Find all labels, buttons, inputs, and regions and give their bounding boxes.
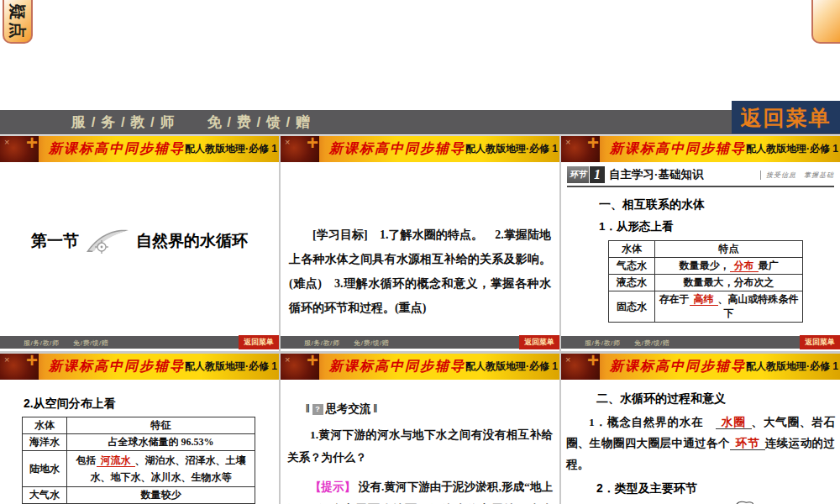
bar-glyph: ‖ bbox=[306, 402, 310, 416]
row-value: 存在于高纬、高山或特殊条件下 bbox=[655, 291, 803, 323]
brand-subtitle: 配人教版地理·必修 1 bbox=[746, 142, 838, 156]
section-heading: 二、水循环的过程和意义 bbox=[596, 391, 840, 407]
banner-title: 思考交流 bbox=[326, 402, 371, 417]
blank-answer: 分布 bbox=[730, 260, 759, 272]
swoosh-compass-icon bbox=[84, 228, 131, 255]
row-label: 固态水 bbox=[609, 291, 655, 323]
table-row: 陆地水 包括河流水、湖泊水、沼泽水、土壤水、地下水、冰川水、生物水等 bbox=[23, 451, 255, 487]
brand-title: 新课标高中同步辅导 bbox=[610, 140, 746, 158]
slide-header: 新课标高中同步辅导 配人教版地理·必修 1 bbox=[281, 354, 559, 380]
footer-service-text: 服/务/教/师 免/费/馈/赠 bbox=[24, 339, 108, 348]
lesson-title: 自然界的水循环 bbox=[136, 230, 248, 252]
brand-subtitle: 配人教版地理·必修 1 bbox=[465, 360, 558, 374]
slide-footer: 服/务/教/师 免/费/馈/赠 返回菜单 bbox=[561, 336, 840, 349]
section-number: 第一节 bbox=[31, 230, 79, 252]
stage-motto: 接受信息 掌握基础 bbox=[760, 171, 834, 180]
row-value: 数量较少 bbox=[67, 487, 255, 504]
return-menu-button[interactable]: 返回菜单 bbox=[732, 101, 840, 134]
blank-answer: 河流水 bbox=[97, 454, 135, 467]
col-header: 水体 bbox=[23, 417, 67, 434]
brand-decor-icon bbox=[561, 354, 600, 380]
row-label: 陆地水 bbox=[23, 451, 67, 487]
row-label: 海洋水 bbox=[23, 434, 67, 451]
water-cycle-diagram: ⑨ ⑧ C ③ ④ A bbox=[608, 500, 840, 504]
slide-5-think-exchange: 新课标高中同步辅导 配人教版地理·必修 1 ‖ ? 思考交流 ‖ 1.黄河下游的… bbox=[281, 354, 559, 504]
row-value: 占全球水储量的 96.53% bbox=[67, 434, 255, 451]
brand-title: 新课标高中同步辅导 bbox=[49, 140, 185, 158]
blank-answer: 环节 bbox=[730, 437, 765, 450]
section-heading: 一、相互联系的水体 bbox=[599, 197, 840, 213]
learning-objectives: [学习目标] 1.了解水圈的特点。 2.掌握陆地上各种水体之间具有水源相互补给的… bbox=[289, 223, 551, 320]
row-label: 气态水 bbox=[609, 258, 655, 275]
stage-tag: 环节 bbox=[567, 166, 589, 183]
hint-paragraph: 【提示】 没有.黄河下游由于泥沙淤积,形成“地上河”，河床高于两岸地面，河流水位… bbox=[287, 475, 553, 504]
brand-decor-icon bbox=[0, 354, 39, 380]
brand-title: 新课标高中同步辅导 bbox=[49, 358, 185, 375]
sub-heading: 1．从形态上看 bbox=[599, 219, 840, 234]
cell-text: 、高山或特殊条件下 bbox=[718, 293, 799, 319]
question-mark-icon: ? bbox=[312, 404, 323, 415]
cell-text: 数量最少， bbox=[680, 260, 730, 271]
cell-text: 占全球水储量的 96.53% bbox=[108, 436, 214, 448]
stage-banner: 环节 1 自主学习·基础知识 接受信息 掌握基础 bbox=[567, 166, 834, 187]
brand-subtitle: 配人教版地理·必修 1 bbox=[465, 142, 558, 156]
footer-service-text: 服/务/教/师 免/费/馈/赠 bbox=[585, 339, 669, 348]
brand-title: 新课标高中同步辅导 bbox=[329, 140, 465, 158]
table-header-row: 水体 特征 bbox=[23, 417, 255, 434]
brand-decor-icon bbox=[561, 136, 600, 162]
slide-header: 新课标高中同步辅导 配人教版地理·必修 1 bbox=[0, 136, 279, 162]
sub-heading: 2.从空间分布上看 bbox=[24, 396, 279, 412]
tab-char: 点 bbox=[8, 22, 27, 39]
concept-paragraph: 1．概念自然界的水在 水圈、大气圈、岩石圈、生物圈四大圈层中通过各个环节连续运动… bbox=[566, 412, 835, 475]
bar-glyph: ‖ bbox=[374, 402, 378, 416]
slide-header: 新课标高中同步辅导 配人教版地理·必修 1 bbox=[281, 136, 559, 162]
brand-title: 新课标高中同步辅导 bbox=[329, 358, 465, 375]
table-row: 液态水 数量最大，分布次之 bbox=[609, 275, 803, 291]
service-banner-text: 服 / 务 / 教 / 师免 / 费 / 馈 / 赠 bbox=[71, 113, 311, 132]
row-value: 数量最少，分布最广 bbox=[655, 258, 803, 275]
cell-text: 存在于 bbox=[659, 293, 690, 305]
slide-3-self-study: 新课标高中同步辅导 配人教版地理·必修 1 环节 1 自主学习·基础知识 接受信… bbox=[561, 136, 840, 351]
cell-text: 数量最大，分布次之 bbox=[684, 276, 774, 288]
slide-footer: 服/务/教/师 免/费/馈/赠 返回菜单 bbox=[281, 336, 559, 349]
footer-service-text: 服/务/教/师 免/费/馈/赠 bbox=[304, 339, 389, 348]
blank-answer: 水圈 bbox=[716, 416, 752, 429]
footer-return-button[interactable]: 返回菜单 bbox=[239, 335, 279, 349]
table-row: 海洋水 占全球水储量的 96.53% bbox=[23, 434, 255, 451]
cell-text: 最广 bbox=[759, 260, 779, 271]
table-row: 气态水 数量最少，分布最广 bbox=[609, 258, 803, 275]
cell-text: 数量较少 bbox=[141, 489, 181, 501]
slide-1-cover: 新课标高中同步辅导 配人教版地理·必修 1 第一节 自然界的水循环 服/务/教/… bbox=[0, 136, 279, 351]
table-header-row: 水体 特点 bbox=[609, 241, 803, 258]
blank-answer: 高纬 bbox=[690, 293, 718, 306]
doubt-points-tab[interactable]: 疑 点 bbox=[3, 0, 33, 44]
row-value: 数量最大，分布次之 bbox=[655, 275, 803, 291]
slide-header: 新课标高中同步辅导 配人教版地理·必修 1 bbox=[0, 354, 279, 380]
col-header: 特征 bbox=[67, 417, 255, 434]
brand-decor-icon bbox=[281, 136, 319, 162]
service-banner: 服 / 务 / 教 / 师免 / 费 / 馈 / 赠 bbox=[0, 110, 840, 134]
footer-return-button[interactable]: 返回菜单 bbox=[800, 335, 840, 349]
slide-header: 新课标高中同步辅导 配人教版地理·必修 1 bbox=[561, 136, 840, 162]
stage-number: 1 bbox=[590, 166, 605, 183]
right-corner-tab[interactable] bbox=[811, 0, 840, 44]
brand-subtitle: 配人教版地理·必修 1 bbox=[746, 360, 838, 374]
row-value: 包括河流水、湖泊水、沼泽水、土壤水、地下水、冰川水、生物水等 bbox=[67, 451, 255, 487]
slide-2-objectives: 新课标高中同步辅导 配人教版地理·必修 1 [学习目标] 1.了解水圈的特点。 … bbox=[281, 136, 559, 351]
col-header: 特点 bbox=[655, 241, 803, 258]
stage-title: 自主学习·基础知识 bbox=[609, 167, 704, 182]
discussion-question: 1.黄河下游的河水与地下水之间有没有相互补给关系？为什么？ bbox=[287, 423, 553, 469]
tab-char: 疑 bbox=[8, 3, 27, 20]
brand-subtitle: 配人教版地理·必修 1 bbox=[185, 360, 277, 374]
slide-4-distribution: 新课标高中同步辅导 配人教版地理·必修 1 2.从空间分布上看 水体 特征 海洋… bbox=[0, 354, 279, 504]
lesson-title-row: 第一节 自然界的水循环 bbox=[0, 228, 279, 255]
service-text: 服 / 务 / 教 / 师 bbox=[71, 114, 176, 130]
footer-return-button[interactable]: 返回菜单 bbox=[519, 335, 559, 349]
sub-heading: 2．类型及主要环节 bbox=[596, 481, 840, 496]
think-exchange-banner: ‖ ? 思考交流 ‖ bbox=[306, 402, 559, 417]
table-row: 固态水 存在于高纬、高山或特殊条件下 bbox=[609, 291, 803, 323]
water-form-table: 水体 特点 气态水 数量最少，分布最广 液态水 数量最大，分布次之 固态水 存在… bbox=[608, 240, 803, 323]
col-header: 水体 bbox=[609, 241, 655, 258]
cell-text: 包括 bbox=[76, 454, 97, 466]
concept-text: 1．概念自然界的水在 bbox=[589, 416, 704, 428]
